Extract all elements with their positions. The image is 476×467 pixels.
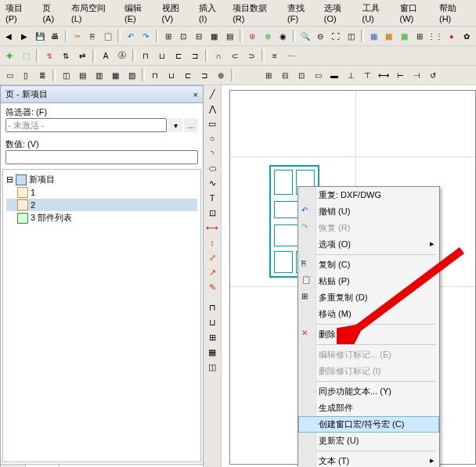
tb3-c-icon[interactable]: ◫ [58, 67, 74, 83]
tb-print-icon[interactable]: 🖶 [48, 28, 63, 44]
tb-zoom-out-icon[interactable]: ⊖ [313, 28, 328, 44]
tb-i-icon[interactable]: ◫ [344, 28, 359, 44]
tb2-e-icon[interactable]: ⇄ [74, 48, 90, 63]
tb2-f-icon[interactable]: Ⓐ [114, 48, 130, 63]
vt-spline-icon[interactable]: ∿ [205, 176, 219, 190]
vt-dimv-icon[interactable]: ↕ [205, 235, 219, 250]
ctx-reset[interactable]: 重复: DXF/DWG [298, 187, 439, 203]
tb-d-icon[interactable]: ▦ [207, 28, 222, 44]
menu-project[interactable]: 项目 (P) [3, 2, 38, 24]
tb2-c-icon[interactable]: ↯ [41, 48, 57, 63]
vt-rect-icon[interactable]: ▭ [205, 117, 219, 131]
vt-dimr-icon[interactable]: ↗ [205, 265, 219, 279]
ctx-dup[interactable]: ⊞多重复制 (D) [298, 289, 439, 306]
vt-text-icon[interactable]: T [205, 191, 219, 205]
tb3-f-icon[interactable]: ▦ [107, 67, 123, 83]
vt-m4-icon[interactable]: ▦ [205, 345, 219, 359]
tb2-a-icon[interactable]: ✚ [2, 48, 17, 63]
tb2-n-icon[interactable]: ≡ [267, 48, 283, 63]
tb3-s-icon[interactable]: ⊤ [359, 67, 375, 83]
tb2-k-icon[interactable]: ∩ [211, 48, 226, 63]
tb2-text-icon[interactable]: A [98, 48, 114, 63]
vt-circle-icon[interactable]: ○ [205, 131, 219, 145]
vt-arc-icon[interactable]: ◝ [205, 146, 219, 160]
filter-opt-icon[interactable]: … [184, 118, 198, 132]
menu-window[interactable]: 窗口 (W) [398, 2, 435, 24]
tb-cut-icon[interactable]: ✂ [70, 28, 85, 44]
ctx-genpart[interactable]: 生成部件 [298, 400, 439, 416]
menu-layout[interactable]: 布局空间 (L) [69, 2, 121, 24]
ctx-paste[interactable]: 📋粘贴 (P) [298, 273, 439, 289]
filter-input[interactable] [5, 118, 167, 132]
tb3-q-icon[interactable]: ▬ [326, 67, 342, 83]
menu-tools[interactable]: 工具 (U) [360, 2, 396, 24]
menu-help[interactable]: 帮助 (H) [437, 2, 473, 24]
tb-l-icon[interactable]: ⋮⋮ [427, 28, 443, 44]
ctx-createwin[interactable]: 创建窗口宏/符号宏 (C) [298, 416, 439, 433]
ctx-delete[interactable]: ✕删除 (D) [298, 326, 439, 343]
ctx-undo[interactable]: ↶撤销 (U) [298, 203, 439, 220]
tb3-a-icon[interactable]: ▭ [2, 67, 17, 83]
vt-dim-icon[interactable]: ⟷ [205, 221, 219, 235]
ctx-updmacro[interactable]: 更新宏 (U) [298, 433, 439, 449]
vt-m2-icon[interactable]: ⊔ [205, 315, 219, 329]
tb-f-icon[interactable]: ⊕ [245, 28, 260, 44]
tb3-e-icon[interactable]: ▥ [91, 67, 106, 83]
tb3-l-icon[interactable]: ⊕ [213, 67, 229, 83]
tb2-m-icon[interactable]: ⊃ [243, 48, 259, 63]
tb-c-icon[interactable]: ⊟ [192, 28, 207, 44]
tree-item[interactable]: 3 部件列表 [6, 211, 197, 225]
tb-n-icon[interactable]: ✿ [460, 28, 474, 44]
vt-image-icon[interactable]: ⊡ [205, 206, 219, 220]
tb-m-icon[interactable]: ● [444, 28, 459, 44]
tb-g-icon[interactable]: ⊗ [260, 28, 275, 44]
tree-root[interactable]: ⊟ 新项目 [6, 173, 197, 186]
tb3-n-icon[interactable]: ⊟ [277, 67, 293, 83]
tb-prev-icon[interactable]: ◀ [2, 28, 16, 44]
vt-note-icon[interactable]: ✎ [205, 280, 219, 294]
tb2-d-icon[interactable]: ⇅ [58, 48, 74, 63]
ctx-text[interactable]: 文本 (T)▸ [298, 453, 439, 467]
tb3-t-icon[interactable]: ⟷ [376, 67, 391, 83]
menu-find[interactable]: 查找 (F) [285, 2, 320, 24]
tb-copy-icon[interactable]: ⎘ [85, 28, 100, 44]
tb3-i-icon[interactable]: ⊔ [164, 67, 179, 83]
tb-undo-icon[interactable]: ↶ [123, 28, 138, 44]
tb-j-icon[interactable]: ▦ [382, 28, 397, 44]
tb3-j-icon[interactable]: ⊏ [180, 67, 196, 83]
vt-ellipse-icon[interactable]: ⬭ [205, 161, 219, 175]
tb2-b-icon[interactable]: ⬚ [18, 48, 34, 63]
tb-k-icon[interactable]: ▦ [397, 28, 412, 44]
tb3-h-icon[interactable]: ⊓ [147, 67, 163, 83]
tb2-g-icon[interactable]: ⊓ [138, 48, 153, 63]
panel-close-icon[interactable]: × [193, 90, 198, 99]
tb2-j-icon[interactable]: ⊐ [187, 48, 203, 63]
tree-item[interactable]: 2 [6, 199, 197, 211]
tb-a-icon[interactable]: ⊞ [160, 28, 175, 44]
tb3-v-icon[interactable]: ⊣ [409, 67, 424, 83]
menu-view[interactable]: 视图 (V) [160, 2, 195, 24]
vt-m3-icon[interactable]: ⊞ [205, 330, 219, 344]
ctx-options[interactable]: 选项 (O)▸ [298, 236, 439, 253]
vt-dima-icon[interactable]: ⤢ [205, 250, 219, 264]
tb-redo-icon[interactable]: ↷ [139, 28, 153, 44]
collapse-icon[interactable]: ⊟ [6, 174, 13, 185]
tb-zoom-fit-icon[interactable]: ⛶ [329, 28, 344, 44]
tb2-h-icon[interactable]: ⊔ [154, 48, 170, 63]
page-tree[interactable]: ⊟ 新项目 1 2 3 部件列表 [2, 169, 201, 462]
tb3-d-icon[interactable]: ▤ [74, 67, 90, 83]
tb3-b-icon[interactable]: ▯ [18, 67, 34, 83]
tb3-p-icon[interactable]: ▭ [310, 67, 326, 83]
tb-zoom-in-icon[interactable]: 🔍 [298, 28, 312, 44]
tb2-o-icon[interactable]: ⋯ [283, 48, 299, 63]
vt-m1-icon[interactable]: ⊓ [205, 300, 219, 314]
menu-projdata[interactable]: 项目数据 (R) [230, 2, 283, 24]
tb3-k-icon[interactable]: ⊐ [197, 67, 212, 83]
menu-options[interactable]: 选项 (O) [322, 2, 359, 24]
tb-next-icon[interactable]: ▶ [17, 28, 32, 44]
tb3-g-icon[interactable]: ▧ [124, 67, 139, 83]
tb-grid-icon[interactable]: ▦ [366, 28, 381, 44]
vt-polyline-icon[interactable]: ⋀ [205, 102, 219, 116]
tb-paste-icon[interactable]: 📋 [101, 28, 116, 44]
value-input[interactable] [5, 150, 198, 164]
